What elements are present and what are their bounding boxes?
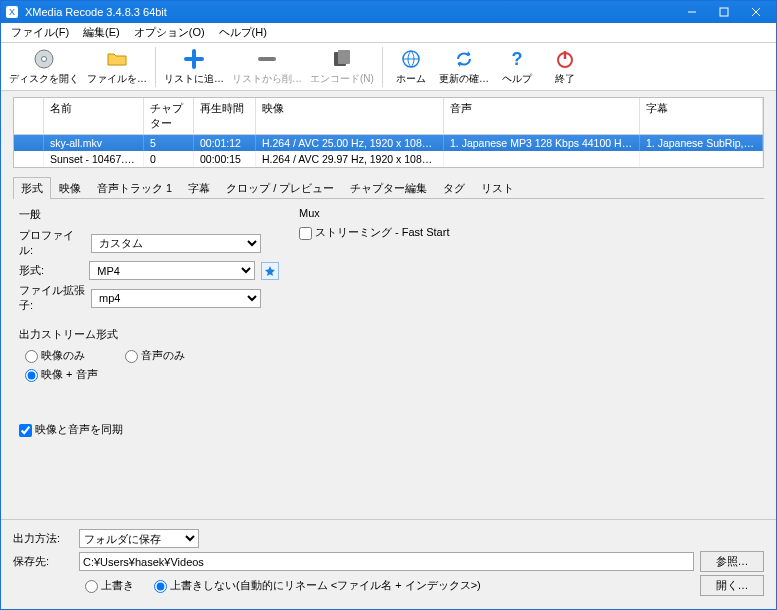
profile-select[interactable]: カスタム (91, 234, 261, 253)
table-cell: H.264 / AVC 29.97 Hz, 1920 x 1080 (16:… (256, 151, 444, 167)
toolbar-update-label: 更新の確… (439, 72, 489, 86)
config-tabs: 形式 映像 音声トラック 1 字幕 クロップ / プレビュー チャプター編集 タ… (13, 176, 764, 199)
table-cell: 1. Japanese SubRip, 2. English SubRip (640, 135, 763, 151)
tab-video[interactable]: 映像 (51, 177, 89, 199)
table-row[interactable]: sky-all.mkv500:01:12H.264 / AVC 25.00 Hz… (14, 135, 763, 151)
table-cell: H.264 / AVC 25.00 Hz, 1920 x 1080 (16:… (256, 135, 444, 151)
svg-rect-3 (720, 8, 728, 16)
menu-edit[interactable]: 編集(E) (77, 23, 126, 42)
file-list: 名前 チャプター 再生時間 映像 音声 字幕 sky-all.mkv500:01… (13, 97, 764, 168)
toolbar: ディスクを開く ファイルを… リストに追… リストから削… エンコード(N) ホ… (1, 43, 776, 91)
open-button[interactable]: 開く… (700, 575, 764, 596)
minus-icon (256, 48, 278, 70)
menu-options[interactable]: オプション(O) (128, 23, 211, 42)
table-cell (444, 151, 640, 167)
toolbar-home-label: ホーム (396, 72, 426, 86)
tab-subtitle[interactable]: 字幕 (180, 177, 218, 199)
toolbar-help-label: ヘルプ (502, 72, 532, 86)
format-label: 形式: (19, 263, 85, 278)
tab-chapter-edit[interactable]: チャプター編集 (342, 177, 435, 199)
toolbar-open-disc[interactable]: ディスクを開く (5, 45, 83, 89)
toolbar-update[interactable]: 更新の確… (435, 45, 493, 89)
tab-list[interactable]: リスト (473, 177, 522, 199)
app-icon: X (5, 5, 19, 19)
plus-icon (183, 48, 205, 70)
general-group-label: 一般 (19, 207, 279, 222)
toolbar-separator (382, 47, 383, 87)
refresh-icon (453, 48, 475, 70)
toolbar-open-disc-label: ディスクを開く (9, 72, 79, 86)
header-subtitle[interactable]: 字幕 (640, 98, 763, 134)
toolbar-encode[interactable]: エンコード(N) (306, 45, 378, 89)
table-cell (14, 151, 44, 167)
format-panel: 一般 プロファイル: カスタム 形式: MP4 (13, 199, 764, 519)
svg-text:X: X (9, 7, 15, 17)
profile-label: プロファイル: (19, 228, 87, 258)
save-to-input[interactable] (79, 552, 694, 571)
extension-label: ファイル拡張子: (19, 283, 87, 313)
header-chapter[interactable]: チャプター (144, 98, 194, 134)
toolbar-separator (155, 47, 156, 87)
list-header: 名前 チャプター 再生時間 映像 音声 字幕 (14, 98, 763, 135)
table-cell: 0 (144, 151, 194, 167)
power-icon (554, 48, 576, 70)
titlebar: X XMedia Recode 3.4.8.3 64bit (1, 1, 776, 23)
table-cell (640, 151, 763, 167)
menu-help[interactable]: ヘルプ(H) (213, 23, 273, 42)
output-method-select[interactable]: フォルダに保存 (79, 529, 199, 548)
menu-file[interactable]: ファイル(F) (5, 23, 75, 42)
toolbar-help[interactable]: ? ヘルプ (493, 45, 541, 89)
table-cell: Sunset - 10467.mp4 (44, 151, 144, 167)
toolbar-remove-from-list[interactable]: リストから削… (228, 45, 306, 89)
mux-group-label: Mux (299, 207, 758, 219)
toolbar-home[interactable]: ホーム (387, 45, 435, 89)
disc-icon (33, 48, 55, 70)
header-audio[interactable]: 音声 (444, 98, 640, 134)
close-button[interactable] (740, 1, 772, 23)
radio-overwrite[interactable]: 上書き (85, 578, 134, 593)
favorite-button[interactable] (261, 262, 279, 280)
tab-audio-track[interactable]: 音声トラック 1 (89, 177, 180, 199)
header-name[interactable]: 名前 (44, 98, 144, 134)
svg-point-7 (42, 56, 47, 61)
table-cell: 00:00:15 (194, 151, 256, 167)
fast-start-checkbox[interactable]: ストリーミング - Fast Start (299, 226, 449, 238)
table-row[interactable]: Sunset - 10467.mp4000:00:15H.264 / AVC 2… (14, 151, 763, 167)
toolbar-add-to-list[interactable]: リストに追… (160, 45, 228, 89)
maximize-button[interactable] (708, 1, 740, 23)
toolbar-exit[interactable]: 終了 (541, 45, 589, 89)
header-spacer (14, 98, 44, 134)
svg-text:?: ? (511, 49, 522, 69)
star-icon (264, 265, 276, 277)
toolbar-add-label: リストに追… (164, 72, 224, 86)
help-icon: ? (506, 48, 528, 70)
header-duration[interactable]: 再生時間 (194, 98, 256, 134)
table-cell: 00:01:12 (194, 135, 256, 151)
format-select[interactable]: MP4 (89, 261, 255, 280)
menubar: ファイル(F) 編集(E) オプション(O) ヘルプ(H) (1, 23, 776, 43)
tab-crop-preview[interactable]: クロップ / プレビュー (218, 177, 342, 199)
encode-icon (331, 48, 353, 70)
table-cell: 1. Japanese MP3 128 Kbps 44100 Hz Stereo… (444, 135, 640, 151)
radio-audio-only[interactable]: 音声のみ (125, 348, 185, 363)
folder-open-icon (106, 48, 128, 70)
toolbar-open-file-label: ファイルを… (87, 72, 147, 86)
table-cell: 5 (144, 135, 194, 151)
header-video[interactable]: 映像 (256, 98, 444, 134)
radio-video-audio[interactable]: 映像 + 音声 (25, 367, 98, 382)
toolbar-remove-label: リストから削… (232, 72, 302, 86)
radio-no-overwrite[interactable]: 上書きしない(自動的にリネーム <ファイル名 + インデックス>) (154, 578, 481, 593)
globe-icon (400, 48, 422, 70)
tab-tag[interactable]: タグ (435, 177, 473, 199)
table-cell: sky-all.mkv (44, 135, 144, 151)
save-to-label: 保存先: (13, 554, 73, 569)
sync-av-checkbox[interactable]: 映像と音声を同期 (19, 423, 123, 435)
toolbar-open-file[interactable]: ファイルを… (83, 45, 151, 89)
window-title: XMedia Recode 3.4.8.3 64bit (25, 6, 676, 18)
tab-format[interactable]: 形式 (13, 177, 51, 199)
radio-video-only[interactable]: 映像のみ (25, 348, 85, 363)
browse-button[interactable]: 参照… (700, 551, 764, 572)
extension-select[interactable]: mp4 (91, 289, 261, 308)
minimize-button[interactable] (676, 1, 708, 23)
output-method-label: 出力方法: (13, 531, 73, 546)
